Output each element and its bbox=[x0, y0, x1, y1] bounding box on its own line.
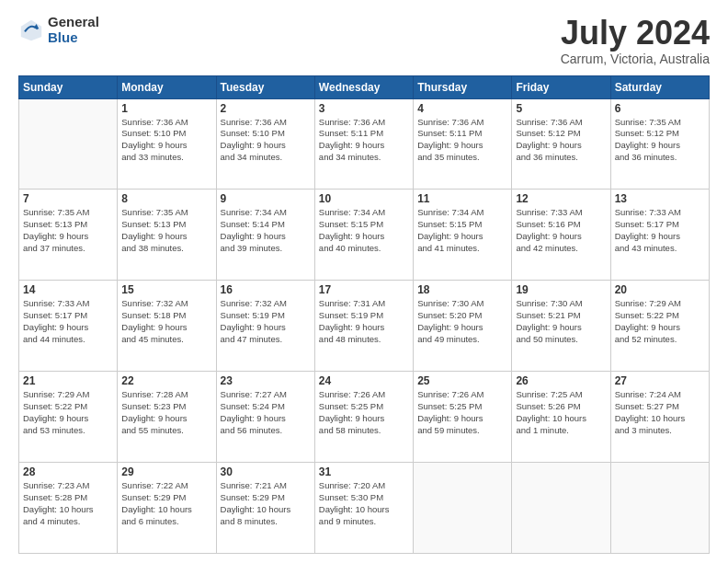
day-info: Sunrise: 7:34 AM Sunset: 5:15 PM Dayligh… bbox=[417, 207, 507, 254]
day-number: 23 bbox=[221, 374, 311, 387]
day-info: Sunrise: 7:36 AM Sunset: 5:10 PM Dayligh… bbox=[121, 117, 211, 164]
day-info: Sunrise: 7:35 AM Sunset: 5:13 PM Dayligh… bbox=[121, 207, 211, 254]
day-info: Sunrise: 7:31 AM Sunset: 5:19 PM Dayligh… bbox=[319, 298, 409, 345]
table-row: 11Sunrise: 7:34 AM Sunset: 5:15 PM Dayli… bbox=[414, 190, 512, 281]
day-number: 16 bbox=[221, 283, 311, 296]
table-row: 20Sunrise: 7:29 AM Sunset: 5:22 PM Dayli… bbox=[610, 281, 709, 372]
day-number: 21 bbox=[23, 374, 113, 387]
day-number: 30 bbox=[221, 465, 311, 478]
logo-blue-text: Blue bbox=[48, 30, 99, 46]
header-sunday: Sunday bbox=[19, 75, 118, 98]
calendar-location: Carrum, Victoria, Australia bbox=[561, 52, 710, 66]
header-tuesday: Tuesday bbox=[216, 75, 314, 98]
calendar-week-row: 14Sunrise: 7:33 AM Sunset: 5:17 PM Dayli… bbox=[19, 281, 710, 372]
calendar-week-row: 7Sunrise: 7:35 AM Sunset: 5:13 PM Daylig… bbox=[19, 190, 710, 281]
table-row: 15Sunrise: 7:32 AM Sunset: 5:18 PM Dayli… bbox=[118, 281, 216, 372]
day-info: Sunrise: 7:35 AM Sunset: 5:12 PM Dayligh… bbox=[615, 117, 705, 164]
day-number: 27 bbox=[615, 374, 705, 387]
day-number: 12 bbox=[516, 192, 606, 205]
table-row: 18Sunrise: 7:30 AM Sunset: 5:20 PM Dayli… bbox=[414, 281, 512, 372]
day-info: Sunrise: 7:29 AM Sunset: 5:22 PM Dayligh… bbox=[23, 389, 113, 436]
header-saturday: Saturday bbox=[610, 75, 709, 98]
day-number: 3 bbox=[319, 102, 409, 115]
table-row: 25Sunrise: 7:26 AM Sunset: 5:25 PM Dayli… bbox=[414, 372, 512, 463]
table-row: 1Sunrise: 7:36 AM Sunset: 5:10 PM Daylig… bbox=[118, 98, 216, 190]
day-number: 15 bbox=[121, 283, 211, 296]
day-number: 14 bbox=[23, 283, 113, 296]
day-info: Sunrise: 7:30 AM Sunset: 5:20 PM Dayligh… bbox=[417, 298, 507, 345]
day-info: Sunrise: 7:35 AM Sunset: 5:13 PM Dayligh… bbox=[23, 207, 113, 254]
table-row bbox=[19, 98, 118, 190]
day-number: 25 bbox=[417, 374, 507, 387]
svg-marker-0 bbox=[21, 19, 41, 40]
logo: General Blue bbox=[18, 15, 99, 45]
day-info: Sunrise: 7:30 AM Sunset: 5:21 PM Dayligh… bbox=[516, 298, 606, 345]
day-number: 9 bbox=[221, 192, 311, 205]
table-row: 5Sunrise: 7:36 AM Sunset: 5:12 PM Daylig… bbox=[512, 98, 610, 190]
header-monday: Monday bbox=[118, 75, 216, 98]
table-row: 16Sunrise: 7:32 AM Sunset: 5:19 PM Dayli… bbox=[216, 281, 314, 372]
calendar-week-row: 1Sunrise: 7:36 AM Sunset: 5:10 PM Daylig… bbox=[19, 98, 710, 190]
calendar-title: July 2024 bbox=[561, 15, 710, 52]
day-info: Sunrise: 7:34 AM Sunset: 5:15 PM Dayligh… bbox=[319, 207, 409, 254]
calendar-week-row: 21Sunrise: 7:29 AM Sunset: 5:22 PM Dayli… bbox=[19, 372, 710, 463]
day-number: 10 bbox=[319, 192, 409, 205]
header-wednesday: Wednesday bbox=[314, 75, 413, 98]
title-block: July 2024 Carrum, Victoria, Australia bbox=[561, 15, 710, 66]
table-row: 12Sunrise: 7:33 AM Sunset: 5:16 PM Dayli… bbox=[512, 190, 610, 281]
day-number: 6 bbox=[615, 102, 705, 115]
weekday-header-row: Sunday Monday Tuesday Wednesday Thursday… bbox=[19, 75, 710, 98]
table-row bbox=[610, 463, 709, 554]
table-row: 30Sunrise: 7:21 AM Sunset: 5:29 PM Dayli… bbox=[216, 463, 314, 554]
day-info: Sunrise: 7:23 AM Sunset: 5:28 PM Dayligh… bbox=[23, 480, 113, 527]
day-number: 24 bbox=[319, 374, 409, 387]
day-info: Sunrise: 7:26 AM Sunset: 5:25 PM Dayligh… bbox=[417, 389, 507, 436]
day-number: 19 bbox=[516, 283, 606, 296]
day-info: Sunrise: 7:33 AM Sunset: 5:17 PM Dayligh… bbox=[23, 298, 113, 345]
table-row: 13Sunrise: 7:33 AM Sunset: 5:17 PM Dayli… bbox=[610, 190, 709, 281]
day-number: 17 bbox=[319, 283, 409, 296]
logo-text: General Blue bbox=[48, 15, 99, 45]
table-row bbox=[512, 463, 610, 554]
table-row: 29Sunrise: 7:22 AM Sunset: 5:29 PM Dayli… bbox=[118, 463, 216, 554]
table-row: 17Sunrise: 7:31 AM Sunset: 5:19 PM Dayli… bbox=[314, 281, 413, 372]
logo-icon bbox=[18, 17, 44, 43]
day-info: Sunrise: 7:29 AM Sunset: 5:22 PM Dayligh… bbox=[615, 298, 705, 345]
page: General Blue July 2024 Carrum, Victoria,… bbox=[0, 0, 728, 563]
day-info: Sunrise: 7:36 AM Sunset: 5:12 PM Dayligh… bbox=[516, 117, 606, 164]
header-thursday: Thursday bbox=[414, 75, 512, 98]
day-info: Sunrise: 7:21 AM Sunset: 5:29 PM Dayligh… bbox=[221, 480, 311, 527]
table-row: 2Sunrise: 7:36 AM Sunset: 5:10 PM Daylig… bbox=[216, 98, 314, 190]
table-row: 9Sunrise: 7:34 AM Sunset: 5:14 PM Daylig… bbox=[216, 190, 314, 281]
day-number: 4 bbox=[417, 102, 507, 115]
table-row: 24Sunrise: 7:26 AM Sunset: 5:25 PM Dayli… bbox=[314, 372, 413, 463]
logo-general-text: General bbox=[48, 15, 99, 30]
table-row: 21Sunrise: 7:29 AM Sunset: 5:22 PM Dayli… bbox=[19, 372, 118, 463]
day-info: Sunrise: 7:22 AM Sunset: 5:29 PM Dayligh… bbox=[121, 480, 211, 527]
header-friday: Friday bbox=[512, 75, 610, 98]
day-number: 1 bbox=[121, 102, 211, 115]
table-row: 27Sunrise: 7:24 AM Sunset: 5:27 PM Dayli… bbox=[610, 372, 709, 463]
table-row: 3Sunrise: 7:36 AM Sunset: 5:11 PM Daylig… bbox=[314, 98, 413, 190]
table-row: 4Sunrise: 7:36 AM Sunset: 5:11 PM Daylig… bbox=[414, 98, 512, 190]
table-row: 28Sunrise: 7:23 AM Sunset: 5:28 PM Dayli… bbox=[19, 463, 118, 554]
day-number: 20 bbox=[615, 283, 705, 296]
calendar-week-row: 28Sunrise: 7:23 AM Sunset: 5:28 PM Dayli… bbox=[19, 463, 710, 554]
day-info: Sunrise: 7:36 AM Sunset: 5:11 PM Dayligh… bbox=[417, 117, 507, 164]
day-info: Sunrise: 7:33 AM Sunset: 5:17 PM Dayligh… bbox=[615, 207, 705, 254]
table-row: 26Sunrise: 7:25 AM Sunset: 5:26 PM Dayli… bbox=[512, 372, 610, 463]
day-number: 29 bbox=[121, 465, 211, 478]
header: General Blue July 2024 Carrum, Victoria,… bbox=[18, 15, 710, 66]
day-number: 13 bbox=[615, 192, 705, 205]
day-info: Sunrise: 7:33 AM Sunset: 5:16 PM Dayligh… bbox=[516, 207, 606, 254]
day-number: 5 bbox=[516, 102, 606, 115]
table-row: 31Sunrise: 7:20 AM Sunset: 5:30 PM Dayli… bbox=[314, 463, 413, 554]
day-info: Sunrise: 7:36 AM Sunset: 5:11 PM Dayligh… bbox=[319, 117, 409, 164]
day-info: Sunrise: 7:32 AM Sunset: 5:19 PM Dayligh… bbox=[221, 298, 311, 345]
day-info: Sunrise: 7:28 AM Sunset: 5:23 PM Dayligh… bbox=[121, 389, 211, 436]
day-info: Sunrise: 7:27 AM Sunset: 5:24 PM Dayligh… bbox=[221, 389, 311, 436]
day-info: Sunrise: 7:26 AM Sunset: 5:25 PM Dayligh… bbox=[319, 389, 409, 436]
day-info: Sunrise: 7:32 AM Sunset: 5:18 PM Dayligh… bbox=[121, 298, 211, 345]
table-row: 10Sunrise: 7:34 AM Sunset: 5:15 PM Dayli… bbox=[314, 190, 413, 281]
day-number: 28 bbox=[23, 465, 113, 478]
